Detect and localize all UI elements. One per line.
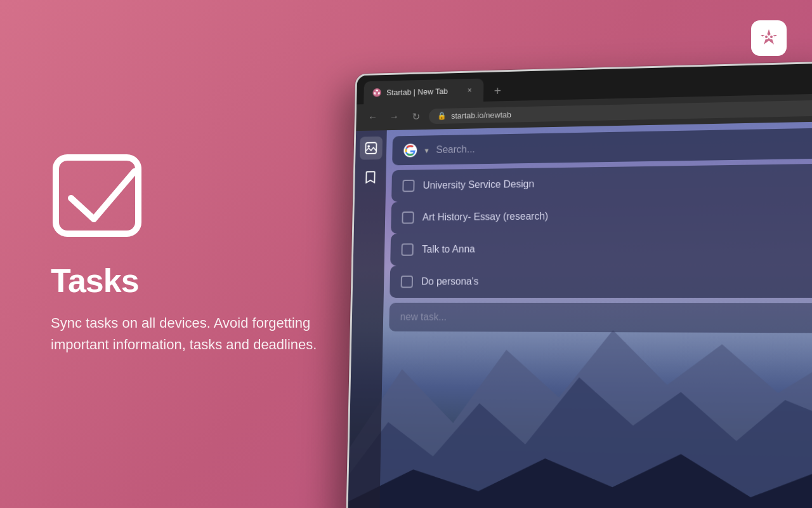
task-item: Talk to Anna — [390, 231, 812, 266]
browser-tab-active[interactable]: Startab | New Tab × — [363, 79, 483, 105]
svg-point-16 — [367, 145, 370, 148]
new-task-placeholder-text: new task... — [400, 312, 447, 323]
task-list: University Service DesignArt History- Es… — [390, 163, 812, 298]
browser-content: ▾ Search... University Service DesignArt… — [348, 121, 812, 508]
task-item: Art History- Essay (research) — [391, 197, 812, 234]
tasks-title: Tasks — [51, 262, 317, 300]
startab-logo-icon — [757, 27, 780, 50]
task-label: Art History- Essay (research) — [422, 208, 810, 224]
checkmark-icon — [51, 152, 152, 241]
tasks-description: Sync tasks on all devices. Avoid forgett… — [51, 312, 317, 356]
task-checkbox[interactable] — [402, 180, 414, 192]
task-label: Talk to Anna — [422, 241, 810, 255]
sidebar-wallpaper-button[interactable] — [360, 137, 383, 160]
left-panel: Tasks Sync tasks on all devices. Avoid f… — [0, 0, 368, 508]
address-path: /newtab — [483, 110, 511, 119]
checkmark-icon-wrapper — [51, 152, 317, 244]
back-button[interactable]: ← — [364, 109, 381, 126]
new-task-input[interactable]: new task... — [389, 303, 812, 333]
forward-button[interactable]: → — [386, 108, 403, 125]
bookmark-icon — [364, 170, 376, 184]
address-text: startab.io/newtab — [451, 110, 511, 120]
task-item: University Service Design — [391, 163, 812, 202]
search-input-placeholder[interactable]: Search... — [436, 137, 812, 156]
svg-rect-15 — [365, 143, 376, 154]
task-checkbox[interactable] — [401, 276, 413, 288]
browser-inner: Startab | New Tab × + ← → ↻ 🔒 startab.io… — [348, 63, 812, 508]
task-label: Do persona's — [421, 275, 811, 287]
lock-icon: 🔒 — [437, 112, 446, 121]
wallpaper-icon — [364, 142, 377, 155]
new-tab-button[interactable]: + — [488, 81, 507, 100]
svg-line-4 — [773, 36, 775, 37]
address-bar[interactable]: 🔒 startab.io/newtab — [429, 99, 812, 123]
task-label: University Service Design — [423, 175, 810, 191]
browser-main-panel: ▾ Search... University Service DesignArt… — [379, 121, 812, 508]
tab-close-button[interactable]: × — [464, 84, 475, 96]
top-logo-badge[interactable] — [751, 20, 787, 56]
task-item: Do persona's — [390, 264, 812, 298]
browser-mockup: Startab | New Tab × + ← → ↻ 🔒 startab.io… — [346, 61, 812, 508]
browser-chrome: Startab | New Tab × + ← → ↻ 🔒 startab.io… — [356, 63, 812, 131]
svg-line-3 — [763, 36, 764, 37]
sidebar-bookmark-button[interactable] — [359, 166, 382, 189]
google-dropdown-arrow[interactable]: ▾ — [424, 145, 429, 155]
task-checkbox[interactable] — [402, 211, 414, 224]
tab-title: Startab | New Tab — [386, 86, 459, 97]
task-checkbox[interactable] — [402, 243, 414, 256]
svg-rect-5 — [56, 157, 138, 234]
browser-outer-frame: Startab | New Tab × + ← → ↻ 🔒 startab.io… — [346, 61, 812, 508]
refresh-button[interactable]: ↻ — [407, 108, 424, 125]
search-bar[interactable]: ▾ Search... — [392, 128, 812, 165]
tab-favicon-icon — [372, 88, 382, 97]
address-domain: startab.io — [451, 110, 483, 120]
google-logo-icon — [403, 143, 417, 157]
